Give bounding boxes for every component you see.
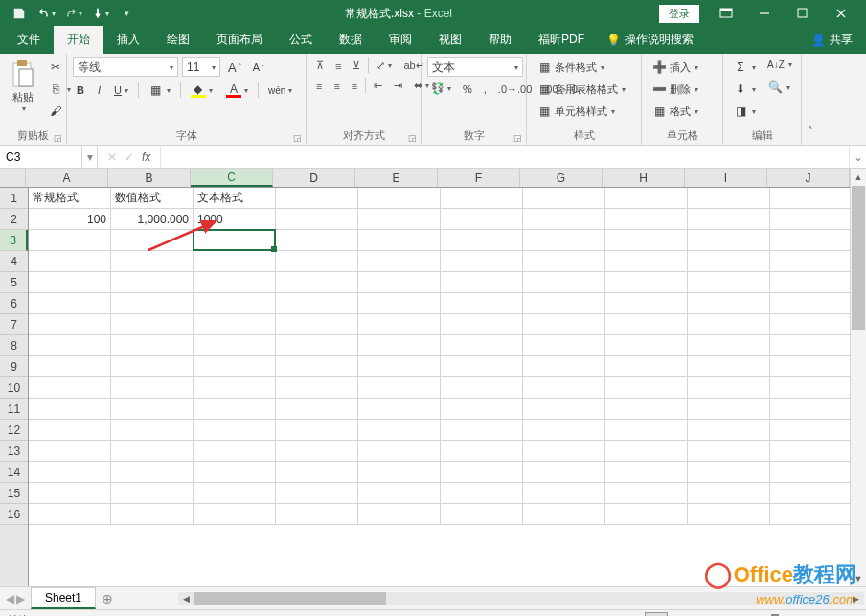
- cell-F3[interactable]: [441, 230, 523, 251]
- cell-C3[interactable]: [194, 230, 276, 251]
- cell-J7[interactable]: [770, 314, 850, 335]
- cell-H7[interactable]: [605, 314, 688, 335]
- cell-I14[interactable]: [688, 462, 770, 483]
- cell-E13[interactable]: [358, 441, 441, 462]
- cell-J16[interactable]: [770, 504, 850, 525]
- select-all-corner[interactable]: [0, 169, 26, 188]
- cell-E15[interactable]: [358, 483, 441, 504]
- cell-F2[interactable]: [441, 209, 523, 230]
- cell-I11[interactable]: [688, 399, 770, 420]
- cell-A2[interactable]: 100: [29, 209, 111, 230]
- cell-G1[interactable]: [523, 188, 605, 209]
- cell-G2[interactable]: [523, 209, 605, 230]
- cell-D7[interactable]: [276, 314, 358, 335]
- cell-F9[interactable]: [441, 356, 523, 377]
- cell-H9[interactable]: [605, 356, 688, 377]
- cell-H1[interactable]: [605, 188, 688, 209]
- qat-customize[interactable]: ▾: [115, 3, 138, 24]
- cell-D2[interactable]: [276, 209, 358, 230]
- cell-G12[interactable]: [523, 420, 605, 441]
- row-header-5[interactable]: 5: [0, 272, 28, 293]
- cell-J2[interactable]: [770, 209, 850, 230]
- accounting-button[interactable]: 💱▾: [427, 80, 455, 97]
- redo-button[interactable]: ▾: [61, 3, 84, 24]
- col-header-C[interactable]: C: [191, 169, 273, 187]
- cell-A16[interactable]: [29, 504, 111, 525]
- tab-view[interactable]: 视图: [425, 26, 475, 54]
- cell-B14[interactable]: [111, 462, 194, 483]
- increase-font-button[interactable]: Aˆ: [224, 58, 245, 77]
- underline-button[interactable]: U▾: [110, 82, 132, 98]
- cell-D6[interactable]: [276, 293, 358, 314]
- scroll-left-button[interactable]: ◀: [178, 592, 194, 605]
- undo-button[interactable]: ▾: [34, 3, 57, 24]
- row-header-14[interactable]: 14: [0, 462, 28, 483]
- cell-H2[interactable]: [605, 209, 688, 230]
- cell-A9[interactable]: [29, 356, 111, 377]
- tab-data[interactable]: 数据: [326, 26, 376, 54]
- cell-B6[interactable]: [111, 293, 194, 314]
- cell-A10[interactable]: [29, 377, 111, 399]
- cell-C16[interactable]: [194, 504, 276, 525]
- cell-J10[interactable]: [770, 377, 850, 399]
- row-header-7[interactable]: 7: [0, 314, 28, 335]
- cell-A13[interactable]: [29, 441, 111, 462]
- cell-D16[interactable]: [276, 504, 358, 525]
- italic-button[interactable]: I: [94, 82, 104, 98]
- cell-J13[interactable]: [770, 441, 850, 462]
- row-header-12[interactable]: 12: [0, 420, 28, 441]
- cell-G14[interactable]: [523, 462, 605, 483]
- sort-filter-button[interactable]: A↓Z▾: [763, 57, 796, 72]
- cell-G13[interactable]: [523, 441, 605, 462]
- row-header-4[interactable]: 4: [0, 251, 28, 272]
- tab-foxit-pdf[interactable]: 福昕PDF: [525, 26, 598, 54]
- cell-H6[interactable]: [605, 293, 688, 314]
- cell-E1[interactable]: [358, 188, 441, 209]
- touch-mode-button[interactable]: ▾: [88, 3, 111, 24]
- cell-D4[interactable]: [276, 251, 358, 272]
- vertical-scrollbar[interactable]: ▲ ▼: [850, 169, 866, 586]
- cell-C8[interactable]: [194, 335, 276, 356]
- cell-F15[interactable]: [441, 483, 523, 504]
- tab-file[interactable]: 文件: [4, 26, 54, 54]
- cell-E8[interactable]: [358, 335, 441, 356]
- add-sheet-button[interactable]: ⊕: [96, 591, 119, 606]
- cell-C10[interactable]: [194, 377, 276, 399]
- cell-G3[interactable]: [523, 230, 605, 251]
- align-bottom-button[interactable]: ⊻: [349, 57, 364, 74]
- cell-I7[interactable]: [688, 314, 770, 335]
- cell-E6[interactable]: [358, 293, 441, 314]
- ribbon-display-icon[interactable]: [709, 0, 743, 27]
- cell-I16[interactable]: [688, 504, 770, 525]
- cell-G6[interactable]: [523, 293, 605, 314]
- cell-G7[interactable]: [523, 314, 605, 335]
- maximize-button[interactable]: [786, 0, 820, 27]
- cell-C6[interactable]: [194, 293, 276, 314]
- col-header-B[interactable]: B: [108, 169, 191, 187]
- align-center-button[interactable]: ≡: [330, 78, 343, 94]
- cell-D11[interactable]: [276, 399, 358, 420]
- number-dialog-launcher[interactable]: ◲: [513, 133, 522, 143]
- cell-B16[interactable]: [111, 504, 194, 525]
- cell-C13[interactable]: [194, 441, 276, 462]
- cell-I15[interactable]: [688, 483, 770, 504]
- cell-E14[interactable]: [358, 462, 441, 483]
- cell-J11[interactable]: [770, 399, 850, 420]
- name-box[interactable]: C3: [0, 146, 82, 168]
- cell-B4[interactable]: [111, 251, 194, 272]
- cell-F6[interactable]: [441, 293, 523, 314]
- sheet-nav-next[interactable]: ▶: [16, 592, 25, 605]
- name-box-dropdown[interactable]: ▾: [82, 146, 98, 168]
- cell-H5[interactable]: [605, 272, 688, 293]
- cell-D8[interactable]: [276, 335, 358, 356]
- cell-J8[interactable]: [770, 335, 850, 356]
- cell-B8[interactable]: [111, 335, 194, 356]
- cell-I9[interactable]: [688, 356, 770, 377]
- format-cells-button[interactable]: ▦格式▾: [648, 102, 702, 121]
- row-header-16[interactable]: 16: [0, 504, 28, 525]
- cell-B7[interactable]: [111, 314, 194, 335]
- cell-D5[interactable]: [276, 272, 358, 293]
- table-format-button[interactable]: ▦套用表格格式▾: [533, 80, 629, 99]
- cell-B3[interactable]: [111, 230, 194, 251]
- cell-F13[interactable]: [441, 441, 523, 462]
